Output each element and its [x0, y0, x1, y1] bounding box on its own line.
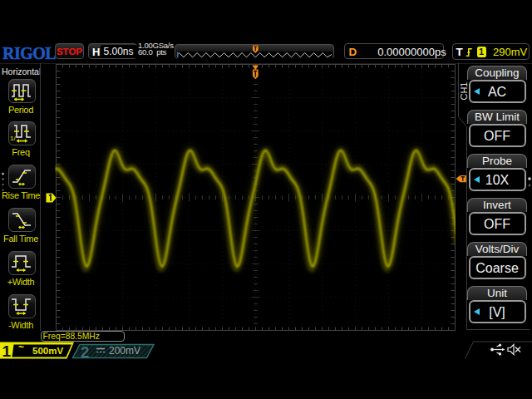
svg-text:~: ~	[18, 342, 24, 353]
svg-text:500mV: 500mV	[32, 346, 63, 356]
svg-text:2: 2	[81, 343, 89, 361]
svg-text:200mV: 200mV	[109, 345, 140, 357]
svg-text:1: 1	[2, 342, 12, 360]
